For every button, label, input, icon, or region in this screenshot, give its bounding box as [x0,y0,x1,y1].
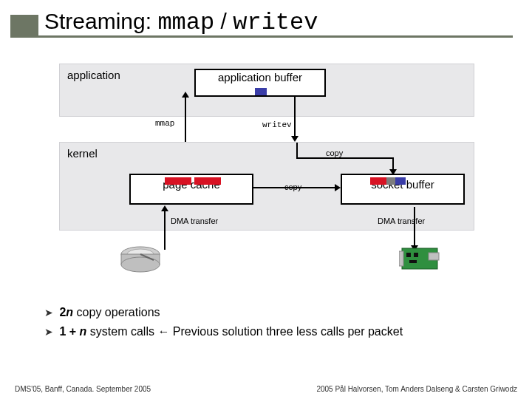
arrow-copy-top-head [389,169,397,175]
bullet-2-prefix: 1 + [59,325,79,338]
box-socket-buffer: socket buffer [341,174,465,205]
slide: Streaming: mmap / writev application app… [0,0,532,399]
svg-rect-7 [429,253,439,260]
arrow-writev-line [294,96,296,137]
label-writev: writev [262,120,292,129]
arrow-dma-left-line [164,210,166,250]
hard-disk-icon [118,244,163,273]
bullet-list: ➤ 2n copy operations ➤ 1 + n system call… [44,303,403,341]
bullet-2-rest: system calls ← Previous solution three l… [86,325,403,338]
bullet-1-n: n [66,306,73,318]
svg-rect-6 [399,251,403,266]
arrow-copy-top-h [296,157,392,159]
label-dma-left: DMA transfer [171,216,218,225]
arrow-dma-right-line [414,207,415,247]
box-application-buffer: application buffer [194,69,326,97]
network-card-icon [399,245,443,273]
title-accent-block [10,15,38,35]
title-text-1: Streaming: [44,9,157,33]
bullet-1: ➤ 2n copy operations [44,303,403,322]
arrow-copy-mid-line [252,187,335,188]
sb-chip-red [370,177,386,185]
slide-title: Streaming: mmap / writev [44,9,318,36]
data-chip-red2 [194,177,221,185]
svg-rect-10 [409,260,417,263]
layer-kernel: kernel copy page cache copy socket buffe… [59,142,474,231]
data-chip-blue [255,88,267,95]
label-mmap: mmap [155,119,174,128]
layer-kernel-label: kernel [67,147,98,160]
label-dma-right: DMA transfer [378,216,425,225]
footer-right: 2005 Pål Halvorsen, Tom Anders Dalseng &… [316,385,517,393]
title-code-mmap: mmap [157,9,214,36]
arrow-copy-top-v [296,143,298,157]
box-application-buffer-label: application buffer [218,71,302,83]
bullet-marker-icon: ➤ [44,326,53,338]
sb-chip-blue [395,177,406,185]
bullet-2-n: n [80,325,87,338]
bullet-2: ➤ 1 + n system calls ← Previous solution… [44,322,403,341]
svg-rect-9 [414,253,418,257]
arrow-mmap-head-up [182,92,189,98]
data-chip-red1 [165,177,191,185]
box-page-cache: page cache [129,174,253,205]
svg-rect-8 [406,253,411,257]
arrow-copy-mid-head [335,184,341,191]
layer-application-label: application [67,69,120,81]
label-copy-top: copy [326,149,343,157]
title-code-writev: writev [233,9,318,36]
layer-application: application application buffer [59,64,474,117]
arrow-writev-head [291,136,299,142]
title-text-2: / [214,9,233,33]
footer-left: DMS'05, Banff, Canada. September 2005 [15,385,151,393]
sb-chip-grey [386,177,395,185]
arrow-dma-left-head [161,205,168,211]
bullet-marker-icon: ➤ [44,307,53,318]
bullet-1-rest: copy operations [73,306,160,318]
